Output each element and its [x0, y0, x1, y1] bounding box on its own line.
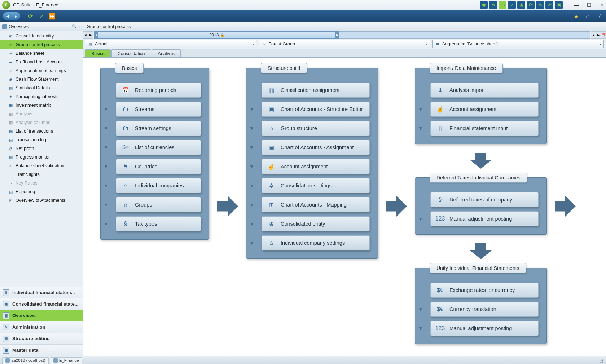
sidebar-item-3[interactable]: ≣Profit and Loss Account: [0, 58, 83, 66]
card-classification-assignment[interactable]: ▥Classification assignment: [262, 83, 370, 98]
sidebar-item-12[interactable]: ▤Transaction log: [0, 136, 83, 144]
refresh-icon[interactable]: ⟳: [26, 12, 34, 20]
tab-analysis[interactable]: Analysis: [152, 49, 181, 57]
card-chart-of-accounts-structure-editor[interactable]: ▣Chart of Accounts - Structure Editor: [262, 102, 370, 117]
card-manual-adjustment-posting[interactable]: 123Manual adjustment posting: [430, 321, 539, 336]
tab-basics[interactable]: Basics: [85, 49, 111, 57]
card-financial-statement-input[interactable]: ▯Financial statement input: [430, 121, 539, 136]
sidebar-item-label: Balance sheet validation: [16, 163, 65, 168]
sidebar-item-7[interactable]: ✦Participating interests: [0, 92, 83, 101]
card-countries[interactable]: ⚑Countries: [116, 159, 201, 174]
timeline-next[interactable]: ◄: [591, 31, 596, 39]
timeline-track[interactable]: ◄ 2013 🔒 ▶: [94, 31, 590, 39]
card-group-structure[interactable]: ⌂Group structure: [262, 121, 370, 136]
card-consolidation-settings[interactable]: ✲Consolidation settings: [262, 178, 370, 193]
card-account-assignment[interactable]: ☝Account assignment: [430, 102, 539, 117]
card-groups[interactable]: ⌂̂Groups: [116, 197, 201, 212]
bottom-nav-4[interactable]: ⊞Structure editing: [0, 333, 83, 345]
sidebar-item-4[interactable]: »Appropriation of earnings: [0, 66, 83, 75]
sidebar-item-15[interactable]: ✓Balance sheet validation: [0, 161, 83, 170]
sidebar-item-icon: ▤: [8, 137, 13, 143]
card-individual-company-settings[interactable]: ⌂Individual company settings: [262, 235, 370, 250]
sidebar-collapse-icon[interactable]: «: [78, 25, 80, 29]
card-deferred-taxes-of-company[interactable]: §Deferred taxes of company: [430, 192, 539, 207]
sidebar-item-14[interactable]: ▤Progress monitor: [0, 153, 83, 161]
timeline-prev-fast[interactable]: ◄: [83, 31, 88, 39]
status-tab-connection[interactable]: aa2012 (localhost): [2, 357, 49, 364]
card-label: Currency translation: [449, 306, 496, 312]
sidebar-item-5[interactable]: ◉Cash Flow Statement: [0, 75, 83, 84]
sidebar-item-icon: ✦: [8, 94, 13, 99]
card-stream-settings[interactable]: 🗂Stream settings: [116, 121, 201, 136]
bottom-nav-1[interactable]: ▣Consolidated financial state...: [0, 298, 83, 310]
sidebar-item-1[interactable]: ⟳Group control process: [0, 40, 83, 49]
sidebar-item-2[interactable]: ≡Balance sheet: [0, 49, 83, 58]
window-close-icon[interactable]: ✕: [600, 2, 604, 8]
sidebar-item-0[interactable]: ⊕Consolidated entity: [0, 32, 83, 40]
quick-icon-8[interactable]: ⟳: [545, 1, 553, 9]
card-chart-of-accounts-mapping[interactable]: ⊞Chart of Accounts - Mapping: [262, 197, 370, 212]
timeline-calendar-icon[interactable]: 📅: [601, 31, 606, 39]
status-database-label: E_Finance: [59, 358, 79, 363]
quick-icon-2[interactable]: ✲: [489, 1, 497, 9]
panel-basics: Basics ▼📅Reporting periods▼🗂Streams▼🗂Str…: [100, 68, 209, 240]
filter-group[interactable]: ⌂ Forest Group: [259, 40, 430, 48]
card-tax-types[interactable]: §Tax types: [116, 216, 201, 231]
sidebar-search-icon[interactable]: 🔍: [72, 24, 77, 29]
quick-icon-5[interactable]: ◉: [517, 1, 525, 9]
window-minimize-icon[interactable]: —: [574, 2, 579, 8]
sidebar-item-8[interactable]: ▦Investment matrix: [0, 101, 83, 110]
sidebar-item-11[interactable]: ▤List of transactions: [0, 127, 83, 136]
sidebar-item-icon: »: [8, 68, 13, 74]
timeline-handle[interactable]: ◄ 2013 🔒 ▶: [94, 31, 339, 39]
timeline-grip-left[interactable]: ◄: [95, 32, 98, 38]
quick-icon-6[interactable]: ⟳: [527, 1, 535, 9]
sidebar-item-6[interactable]: ▤Statistical Details: [0, 84, 83, 92]
stack-icon: ▤: [88, 41, 93, 46]
filter-view[interactable]: ✲ Aggregated [Balance sheet]: [432, 40, 604, 48]
card-icon: $≡: [121, 143, 130, 152]
card-label: Individual companies: [135, 183, 184, 188]
card-streams[interactable]: 🗂Streams: [116, 102, 201, 117]
sidebar-item-18[interactable]: ▤Reporting: [0, 187, 83, 196]
step-down-icon: ▼: [104, 202, 109, 208]
bottom-nav-3[interactable]: ✎Administration: [0, 321, 83, 333]
sidebar-item-16[interactable]: ⋮Traffic lights: [0, 170, 83, 179]
card-analysis-import[interactable]: ⬇Analysis import: [430, 83, 539, 98]
card-label: Consolidation settings: [281, 183, 332, 188]
nav-back-forward[interactable]: ◄▸: [3, 12, 20, 20]
card-account-assignment[interactable]: ☝Account assignment: [262, 159, 370, 174]
status-tab-database[interactable]: E_Finance: [50, 357, 82, 364]
quick-icon-1[interactable]: ◉: [480, 1, 488, 9]
help-icon[interactable]: ?: [595, 12, 603, 20]
timeline-grip-right[interactable]: ▶: [335, 32, 339, 38]
quick-icon-3[interactable]: ⬭: [499, 1, 506, 9]
quick-icon-7[interactable]: ✲: [536, 1, 544, 9]
expand-icon[interactable]: ⤢: [37, 12, 45, 20]
card-consolidated-entity[interactable]: ⊕Consolidated entity: [262, 216, 370, 231]
card-exchange-rates-for-currency[interactable]: $€Exchange rates for currency: [430, 283, 539, 298]
sidebar-item-19[interactable]: ⎘Overview of Attachments: [0, 196, 83, 205]
home-icon[interactable]: ⌂: [584, 12, 592, 20]
card-chart-of-accounts-assignment[interactable]: ▣Chart of Accounts - Assignment: [262, 140, 370, 155]
bottom-nav-5[interactable]: ▦Master data: [0, 345, 83, 356]
filter-scenario[interactable]: ▤ Actual: [85, 40, 256, 48]
sidebar-item-13[interactable]: ◔Net profit: [0, 144, 83, 153]
resize-grip-icon[interactable]: ◲: [598, 358, 604, 363]
quick-icon-4[interactable]: ✓: [508, 1, 516, 9]
card-currency-translation[interactable]: $€Currency translation: [430, 302, 539, 317]
sidebar-item-label: Profit and Loss Account: [16, 59, 63, 65]
bottom-nav-0[interactable]: ▯Individual financial statem...: [0, 287, 83, 298]
bottom-nav-2[interactable]: ▥Overviews: [0, 310, 83, 321]
card-reporting-periods[interactable]: 📅Reporting periods: [116, 83, 201, 98]
quick-icon-9[interactable]: ▣: [555, 1, 563, 9]
window-maximize-icon[interactable]: ☐: [587, 2, 592, 8]
card-individual-companies[interactable]: ⌂Individual companies: [116, 178, 201, 193]
card-list-of-currencies[interactable]: $≡List of currencies: [116, 140, 201, 155]
timeline-prev[interactable]: ▶: [88, 31, 93, 39]
forward-icon[interactable]: ⏩: [48, 12, 56, 20]
favorite-icon[interactable]: ★: [572, 12, 580, 20]
card-manual-adjustment-posting[interactable]: 123Manual adjustment posting: [430, 211, 539, 226]
tab-consolidation[interactable]: Consolidation: [111, 49, 151, 57]
timeline-next-fast[interactable]: ▶: [596, 31, 601, 39]
